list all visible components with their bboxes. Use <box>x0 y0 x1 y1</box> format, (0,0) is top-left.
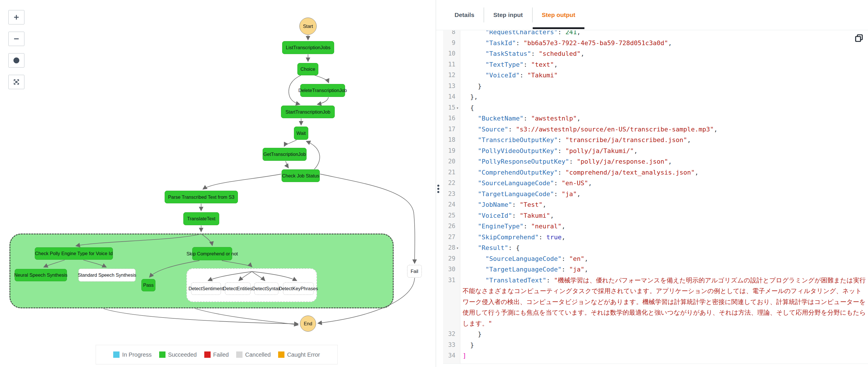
code-text: "TaskId": "bb6a57e3-7922-4e75-ba59-728d0… <box>460 38 868 49</box>
line-number: 11 <box>443 59 460 70</box>
legend-label: Cancelled <box>245 351 271 358</box>
step-detail-panel: DetailsStep inputStep output 8 "RequestC… <box>436 0 868 367</box>
code-text: "RequestCharacters": 241, <box>460 30 868 38</box>
node-choice[interactable]: Choice <box>298 63 318 75</box>
code-text: } <box>460 329 868 340</box>
node-detect-entities[interactable]: DetectEntities <box>225 282 251 295</box>
line-number: 20 <box>443 156 460 167</box>
status-legend: In ProgressSucceededFailedCancelledCaugh… <box>96 345 338 364</box>
line-number: 21 <box>443 167 460 178</box>
collapse-toggle-icon[interactable]: ▾ <box>456 103 459 114</box>
code-text: "PollyResponseOutputKey": "polly/ja/resp… <box>460 156 868 167</box>
legend-label: Failed <box>213 351 229 358</box>
code-text: "TranslatedText": "機械学習は、優れたパフォーマンスを備えた明… <box>460 275 868 329</box>
node-end[interactable]: End <box>300 315 316 332</box>
code-line: 32 } <box>443 329 868 340</box>
zoom-in-button[interactable] <box>8 10 24 24</box>
line-number: 10 <box>443 48 460 59</box>
line-number: 27 <box>443 232 460 243</box>
code-text: "TargetLanguageCode": "ja", <box>460 189 868 200</box>
code-text: } <box>460 340 868 350</box>
node-pass[interactable]: Pass <box>142 279 155 291</box>
zoom-out-button[interactable] <box>8 32 24 46</box>
node-check-polly-engine[interactable]: Check Polly Engine Type for Voice Id <box>35 247 113 260</box>
node-detect-sentiment[interactable]: DetectSentiment <box>191 282 221 295</box>
code-text: "EngineType": "neural", <box>460 221 868 232</box>
panel-resize-handle[interactable] <box>437 185 439 193</box>
center-graph-button[interactable] <box>8 53 24 67</box>
code-line: 29 "SourceLanguageCode": "en", <box>443 253 868 264</box>
node-parse-transcribed-text[interactable]: Parse Transcribed Text from S3 <box>165 191 238 203</box>
graph-edges <box>0 0 436 367</box>
line-number: 30 <box>443 264 460 275</box>
code-lines: 8 "RequestCharacters": 241,9 "TaskId": "… <box>443 30 868 361</box>
code-line: 16 "BucketName": "awstestnlp", <box>443 113 868 124</box>
line-number: 25 <box>443 210 460 221</box>
collapse-toggle-icon[interactable]: ▾ <box>456 243 459 254</box>
line-number: 26 <box>443 221 460 232</box>
code-line: 22 "SourceLanguageCode": "en-US", <box>443 178 868 189</box>
code-line: 25 "VoiceId": "Takumi", <box>443 210 868 221</box>
tab-details[interactable]: Details <box>445 0 484 30</box>
plus-icon <box>13 14 20 21</box>
workflow-graph-panel: StartListTranscriptionJobsChoiceDeleteTr… <box>0 0 436 367</box>
legend-item-cancelled: Cancelled <box>236 351 271 358</box>
code-text: "Source": "s3://awstestnlp/source/en-US/… <box>460 124 868 135</box>
tab-step-input[interactable]: Step input <box>484 0 532 30</box>
code-text: ] <box>460 350 868 361</box>
tab-step-output[interactable]: Step output <box>533 0 585 30</box>
code-text: "BucketName": "awstestnlp", <box>460 113 868 124</box>
node-skip-comprehend[interactable]: Skip Comprehend or not <box>192 247 232 260</box>
code-line: 33 } <box>443 340 868 350</box>
node-wait[interactable]: Wait <box>294 126 308 140</box>
legend-item-caught-error: Caught Error <box>278 351 320 358</box>
code-text: "VoiceId": "Takumi", <box>460 210 868 221</box>
code-line: 18 "TranscribeOutputKey": "transcribe/ja… <box>443 135 868 145</box>
code-line: 12 "VoiceId": "Takumi" <box>443 70 868 81</box>
line-number: 17 <box>443 124 460 135</box>
node-get-transcription-job[interactable]: GetTranscriptionJob <box>262 148 307 161</box>
node-fail[interactable]: Fail <box>407 265 422 278</box>
line-number: 24 <box>443 199 460 210</box>
copy-icon[interactable] <box>854 33 864 43</box>
line-number: 33 <box>443 340 460 350</box>
node-standard-speech-synthesis[interactable]: Standard Speech Synthesis <box>79 269 135 282</box>
code-text: "TranscribeOutputKey": "transcribe/ja/tr… <box>460 135 868 145</box>
line-number: 12 <box>443 70 460 81</box>
code-text: "SourceLanguageCode": "en", <box>460 253 868 264</box>
code-text: "TargetLanguageCode": "ja", <box>460 264 868 275</box>
code-line: 11 "TextType": "text", <box>443 59 868 70</box>
line-number: 23 <box>443 189 460 200</box>
code-line: 26 "EngineType": "neural", <box>443 221 868 232</box>
code-line: 24 "JobName": "Test", <box>443 199 868 210</box>
code-text: "TaskStatus": "scheduled", <box>460 48 868 59</box>
node-start[interactable]: Start <box>300 18 317 35</box>
code-line: 27 "SkipComprehend": true, <box>443 232 868 243</box>
node-translate-text[interactable]: TranslateText <box>183 212 219 225</box>
node-list-transcription-jobs[interactable]: ListTranscriptionJobs <box>282 41 334 54</box>
node-detect-syntax[interactable]: DetectSyntax <box>254 282 278 295</box>
line-number: 32 <box>443 329 460 340</box>
fit-screen-button[interactable] <box>8 75 24 89</box>
node-neural-speech-synthesis[interactable]: Neural Speech Synthesis <box>14 269 67 281</box>
code-text: "SkipComprehend": true, <box>460 232 868 243</box>
node-detect-key-phrases[interactable]: DetectKeyPhrases <box>283 282 314 295</box>
node-start-transcription-job[interactable]: StartTranscriptionJob <box>281 106 335 118</box>
expand-arrows-icon <box>13 79 20 85</box>
legend-label: Succeeded <box>168 351 197 358</box>
legend-item-failed: Failed <box>204 351 229 358</box>
line-number: 14 <box>443 91 460 103</box>
legend-swatch <box>159 351 165 358</box>
code-line: 10 "TaskStatus": "scheduled", <box>443 48 868 59</box>
line-number: 22 <box>443 178 460 189</box>
code-text: "Result": { <box>460 243 868 253</box>
json-viewer: 8 "RequestCharacters": 241,9 "TaskId": "… <box>443 30 868 364</box>
node-check-job-status[interactable]: Check Job Status <box>282 169 320 182</box>
code-text: { <box>460 103 868 113</box>
code-line: 30 "TargetLanguageCode": "ja", <box>443 264 868 275</box>
node-delete-transcription-job[interactable]: DeleteTranscriptionJob <box>300 84 345 97</box>
line-number: 18 <box>443 135 460 145</box>
code-line: 8 "RequestCharacters": 241, <box>443 30 868 38</box>
target-icon <box>13 57 20 64</box>
code-line: 14 }, <box>443 91 868 103</box>
